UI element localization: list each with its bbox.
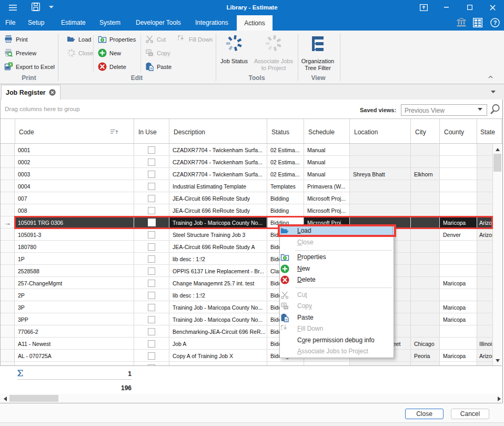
svg-text:?: ?: [493, 19, 497, 26]
svg-text:X: X: [9, 62, 12, 67]
